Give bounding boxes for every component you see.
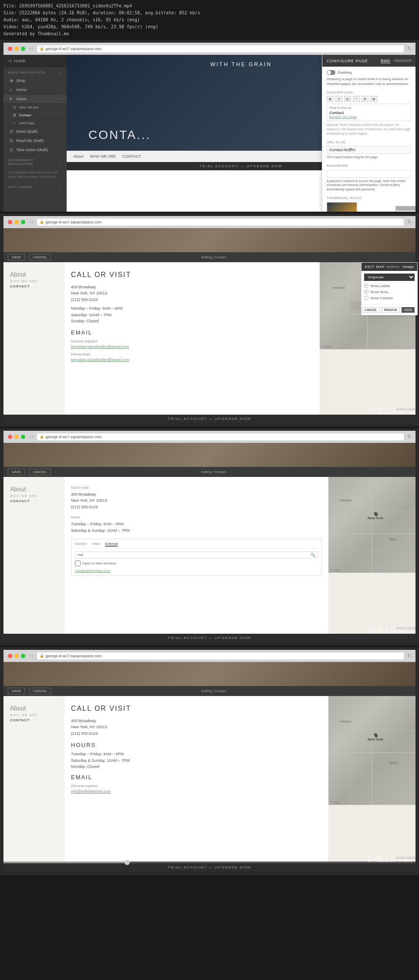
sidebar-item-readme[interactable]: ⊡ Read Me (draft) ›: [3, 136, 67, 145]
maximize-button[interactable]: [21, 47, 25, 51]
edit-map-save-button[interactable]: SAVE: [402, 307, 415, 313]
italic-button[interactable]: I: [335, 96, 342, 102]
file-info-line2: Size: 25222866 bytes (24.16 MiB), durati…: [3, 10, 416, 17]
thumbnail-image[interactable]: [327, 202, 357, 212]
folder-icon: ▾: [10, 97, 14, 101]
quote-button[interactable]: ": [353, 96, 360, 102]
map-image-4[interactable]: New York Hoboken BKOO Google Map Data Te…: [328, 696, 416, 805]
email-link-1[interactable]: template.placeholder@gmail.com: [71, 345, 313, 349]
modal-tab-basic[interactable]: Basic: [381, 58, 390, 63]
description-browse-shop[interactable]: Browse Our Shop: [329, 115, 409, 119]
sidebar-back-home[interactable]: ◁ HOME: [3, 55, 67, 67]
save-button-4[interactable]: SAVE: [8, 688, 25, 694]
chevron-right-icon: ›: [61, 79, 62, 83]
sidebar-item-news[interactable]: ⊡ News (draft) ›: [3, 127, 67, 136]
sidebar-item-about[interactable]: ▾ About ▾: [3, 95, 67, 104]
show-controls-checkbox[interactable]: [364, 296, 368, 300]
link-search-icon[interactable]: 🔍: [311, 553, 315, 557]
video-scrubber[interactable]: [3, 862, 416, 863]
address-bar-1[interactable]: 🔒 george-d-wc7.squarespace.com: [37, 45, 404, 52]
edit-map-tab-design[interactable]: Design: [403, 265, 414, 269]
video-progress-fill: [3, 862, 127, 863]
file-info-header: File: 2695997568001_4256316733001_videoV…: [0, 0, 419, 40]
close-button-2[interactable]: [8, 220, 12, 224]
save-button-2[interactable]: SAVE: [8, 254, 25, 260]
link-tabs: Content Files External: [75, 542, 318, 549]
add-icon: +: [13, 121, 17, 125]
video-scrubber-handle[interactable]: [125, 860, 130, 865]
modal-tab-advanced[interactable]: Advanced: [394, 58, 411, 63]
address-bar-2[interactable]: 🔒 george-d-wc7.squarespace.com: [37, 219, 404, 226]
link-tab-files[interactable]: Files: [92, 542, 100, 547]
show-labels-checkbox[interactable]: [364, 284, 368, 288]
edit-map-cancel-button[interactable]: CANCEL: [362, 307, 379, 313]
sidebar-subitem-add-page[interactable]: + Add Page: [3, 119, 67, 127]
add-not-linked-button[interactable]: +: [60, 185, 62, 189]
map-image-3[interactable]: New York Hoboken BRO... Google Map Data …: [328, 477, 416, 573]
result-link[interactable]: info@withthegrain.com: [75, 569, 111, 573]
maximize-button-3[interactable]: [21, 435, 25, 439]
minimize-button[interactable]: [14, 47, 19, 51]
new-window-checkbox[interactable]: [75, 561, 81, 566]
description-placeholder[interactable]: How to find us: [329, 106, 409, 110]
cancel-button-2[interactable]: CANCEL: [29, 254, 51, 260]
map-hoboken-label-3: Hoboken: [339, 499, 351, 502]
close-button-4[interactable]: [8, 654, 12, 658]
reload-button-4[interactable]: ↻: [407, 653, 411, 659]
main-nav-title: MAIN NAVIGATION +: [3, 67, 67, 76]
cancel-button-4[interactable]: CANCEL: [29, 688, 51, 694]
back-forward-arrows-3[interactable]: ‹ ›: [30, 434, 34, 439]
link-text-input[interactable]: [78, 553, 311, 557]
back-forward-arrows[interactable]: ‹ ›: [30, 46, 34, 51]
edit-map-tab-address[interactable]: Address: [387, 265, 399, 269]
map-svg-4: [328, 696, 416, 805]
save-button-3[interactable]: SAVE: [8, 469, 25, 475]
address-bar-4[interactable]: 🔒 george-d-wc7.squarespace.com: [37, 652, 404, 659]
lock-icon: 🔒: [40, 47, 44, 51]
email-link-4[interactable]: info@withthegrain.com: [71, 789, 322, 794]
url-slug-input[interactable]: /contact-brdffrn: [327, 146, 411, 154]
list-button[interactable]: ≡: [362, 96, 368, 102]
email-link-2[interactable]: template.placeholder@gmail.com: [71, 358, 313, 362]
back-forward-arrows-2[interactable]: ‹ ›: [30, 220, 34, 224]
map-grayscale-4: New York Hoboken BKOO: [328, 696, 416, 805]
close-button-3[interactable]: [8, 435, 12, 439]
map-style-select[interactable]: Grayscale Default Satellite: [364, 274, 415, 281]
symbol-button[interactable]: Ω: [370, 96, 377, 102]
show-terra-checkbox[interactable]: [364, 290, 368, 294]
sidebar-item-home[interactable]: ⌂ Home ›: [3, 85, 67, 95]
sidebar-item-shop[interactable]: 🛍 Shop ›: [3, 76, 67, 85]
bold-button[interactable]: B: [327, 96, 334, 102]
trial-bar-2[interactable]: TRIAL ACCOUNT — UPGRADE NOW: [3, 415, 416, 423]
edit-map-remove-button[interactable]: REMOVE: [382, 307, 400, 313]
sidebar-subitem-contact[interactable]: ⊡ Contact: [3, 112, 67, 119]
new-window-row: Open in New Window: [75, 561, 318, 566]
add-secondary-nav-button[interactable]: +: [60, 160, 62, 164]
back-forward-arrows-4[interactable]: ‹ ›: [30, 653, 34, 658]
minimize-button-3[interactable]: [14, 435, 19, 439]
reload-button-2[interactable]: ↻: [407, 219, 411, 225]
sidebar-subitem-who-we-are[interactable]: ⊡ Who We Are: [3, 104, 67, 112]
google-label-3: Google: [331, 568, 341, 571]
panel-4: ‹ › 🔒 george-d-wc7.squarespace.com ↻ SAV…: [0, 647, 419, 875]
link-tab-external[interactable]: External: [105, 542, 118, 547]
minimize-button-4[interactable]: [14, 654, 19, 658]
link-tab-content[interactable]: Content: [75, 542, 87, 547]
contact-sidebar-4: About WHO WE ARE CONTACT: [3, 696, 64, 862]
trial-bar-3[interactable]: TRIAL ACCOUNT — UPGRADE NOW: [3, 634, 416, 642]
address-bar-3[interactable]: 🔒 george-d-wc7.squarespace.com: [37, 433, 404, 440]
underline-button[interactable]: U: [344, 96, 351, 102]
sidebar-item-takeaction[interactable]: ⊡ Take Action (draft) ›: [3, 145, 67, 155]
add-nav-item-button[interactable]: +: [60, 71, 62, 74]
minimize-button-2[interactable]: [14, 220, 19, 224]
trial-bar-4[interactable]: TRIAL ACCOUNT — UPGRADE NOW: [3, 863, 416, 872]
reload-button-3[interactable]: ↻: [407, 434, 411, 439]
password-input[interactable]: [327, 170, 411, 178]
cancel-button-3[interactable]: CANCEL: [29, 469, 51, 475]
shop-icon: 🛍: [10, 78, 14, 83]
reload-button[interactable]: ↻: [407, 46, 411, 51]
maximize-button-4[interactable]: [21, 654, 25, 658]
disable-toggle[interactable]: [327, 70, 335, 75]
close-button[interactable]: [8, 47, 12, 51]
maximize-button-2[interactable]: [21, 220, 25, 224]
